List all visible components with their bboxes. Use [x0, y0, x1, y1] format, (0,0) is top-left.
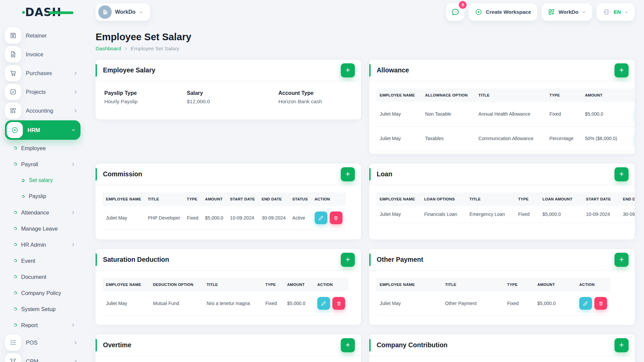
cell-title: PHP Developer	[145, 206, 183, 230]
card-header: Allowance +	[369, 60, 635, 81]
delete-button[interactable]	[332, 297, 345, 310]
field-label: Account Type	[278, 90, 322, 96]
sidebar-item-label: Invoice	[26, 51, 43, 58]
sidebar-item-event[interactable]: Event	[0, 253, 87, 269]
apps-menu-button[interactable]: WorkDo	[542, 3, 592, 21]
accent-bar	[96, 253, 97, 266]
cell-amount: $5,000.0	[284, 291, 314, 316]
add-saturation-deduction-button[interactable]: +	[341, 253, 355, 267]
messages-button[interactable]: 0	[446, 3, 464, 21]
sidebar-item-attendance[interactable]: Attendance	[0, 204, 87, 221]
actions-cell	[631, 126, 635, 151]
add-allowance-button[interactable]: +	[614, 63, 629, 77]
card-header: Overtime +	[96, 335, 361, 356]
column-header: EMPLOYEE NAME	[376, 88, 422, 102]
sidebar-item-pos[interactable]: POS	[0, 333, 87, 352]
breadcrumb: Dashboard Employee Set Salary	[96, 46, 635, 52]
plus-icon: +	[619, 341, 624, 349]
sidebar-item-retainer[interactable]: Retainer	[0, 26, 87, 45]
sidebar-item-manage-leave[interactable]: Manage Leave	[0, 221, 87, 237]
edit-button[interactable]	[317, 297, 330, 310]
sidebar-item-employee[interactable]: Employee	[0, 140, 87, 156]
chevron-down-icon	[624, 10, 629, 14]
cell-type: Fixed	[515, 206, 539, 223]
card-company-contribution: Company Contribution +	[369, 335, 635, 362]
card-overtime: Overtime +	[96, 335, 361, 362]
card-header: Employee Salary +	[96, 60, 361, 81]
create-workspace-button[interactable]: Create Workspace	[469, 3, 537, 21]
column-header: ACTION	[314, 278, 348, 291]
grid-plus-icon	[548, 8, 555, 16]
bullet-icon	[13, 162, 17, 167]
cell-option: Taxables	[422, 126, 475, 151]
bullet-icon	[13, 243, 17, 247]
delete-button[interactable]	[330, 212, 342, 224]
add-loan-button[interactable]: +	[614, 167, 629, 181]
sidebar-item-label: Purchases	[26, 70, 52, 76]
chevron-right-icon	[73, 90, 78, 94]
sidebar-item-purchases[interactable]: Purchases	[0, 64, 87, 82]
sidebar-item-document[interactable]: Document	[0, 269, 87, 285]
logo-dot-icon	[22, 11, 25, 14]
column-header: TYPE	[183, 192, 202, 206]
sidebar-item-hr-admin[interactable]: HR Admin	[0, 237, 87, 253]
add-overtime-button[interactable]: +	[341, 338, 355, 352]
bullet-icon	[13, 307, 17, 311]
accent-bar	[96, 339, 97, 352]
sidebar-item-crm[interactable]: CRM	[0, 352, 87, 362]
edit-button[interactable]	[579, 297, 592, 310]
language-selector[interactable]: EN	[597, 3, 635, 21]
sidebar-item-system-setup[interactable]: System Setup	[0, 301, 87, 317]
workspace-switcher[interactable]: WorkDo	[96, 3, 150, 21]
column-header: START DATE	[583, 192, 620, 206]
breadcrumb-dashboard-link[interactable]: Dashboard	[96, 46, 121, 52]
sidebar-item-accounting[interactable]: Accounting	[0, 101, 87, 120]
accent-bar	[369, 339, 371, 352]
bullet-icon	[13, 146, 17, 150]
workspace-name: WorkDo	[115, 9, 136, 15]
sidebar-item-report[interactable]: Report	[0, 317, 87, 333]
add-commission-button[interactable]: +	[341, 167, 355, 181]
cell-loan-option: Financials Loan	[421, 206, 466, 223]
add-company-contribution-button[interactable]: +	[614, 338, 629, 352]
sidebar-item-payroll[interactable]: Payroll	[0, 156, 87, 172]
column-header: AMOUNT	[202, 192, 227, 206]
edit-button[interactable]	[315, 212, 327, 224]
bullet-icon	[13, 227, 17, 231]
task-check-icon	[5, 84, 21, 100]
column-header: TITLE	[203, 278, 262, 291]
pos-grid-dots-icon	[5, 335, 21, 351]
plus-icon: +	[345, 256, 350, 263]
chevron-right-icon	[71, 210, 75, 215]
add-employee-salary-button[interactable]: +	[341, 63, 355, 77]
field-value: Hourly Payslip	[104, 99, 187, 105]
sidebar-item-invoice[interactable]: Invoice	[0, 45, 87, 64]
sidebar-item-payslip[interactable]: Payslip	[0, 188, 87, 204]
dash-logo[interactable]: DASH	[25, 6, 61, 19]
column-header: END DATE	[258, 192, 289, 206]
column-header: LOAN OPTIONS	[421, 192, 466, 206]
logo-wrap: DASH	[0, 6, 87, 19]
cell-loan-amount: $5,000.0	[539, 206, 583, 223]
sidebar-item-label: Event	[21, 258, 35, 264]
sidebar-item-projects[interactable]: Projects	[0, 82, 87, 101]
sidebar-item-label: CRM	[26, 358, 39, 362]
cell-title: Annual Health Allowance	[475, 102, 546, 126]
sidebar-item-hrm[interactable]: HRM	[5, 120, 80, 140]
sidebar-item-company-policy[interactable]: Company Policy	[0, 285, 87, 301]
add-other-payment-button[interactable]: +	[614, 253, 629, 267]
actions-cell	[631, 102, 635, 126]
globe-icon	[603, 8, 610, 16]
sidebar-item-label: System Setup	[21, 306, 56, 312]
field-salary: Salary $12,000.0	[187, 90, 269, 105]
field-payslip-type: Payslip Type Hourly Payslip	[104, 90, 187, 105]
column-header: EMPLOYEE NAME	[103, 278, 150, 291]
column-header: AMOUNT	[284, 278, 314, 291]
accent-bar	[369, 64, 371, 77]
sidebar-item-set-salary[interactable]: Set salary	[0, 172, 87, 188]
cell-end-date: 30-09-2024	[258, 206, 289, 230]
bullet-icon	[13, 291, 17, 295]
column-header: ACTION	[631, 88, 635, 102]
chevron-right-icon	[73, 109, 78, 113]
delete-button[interactable]	[594, 297, 607, 310]
